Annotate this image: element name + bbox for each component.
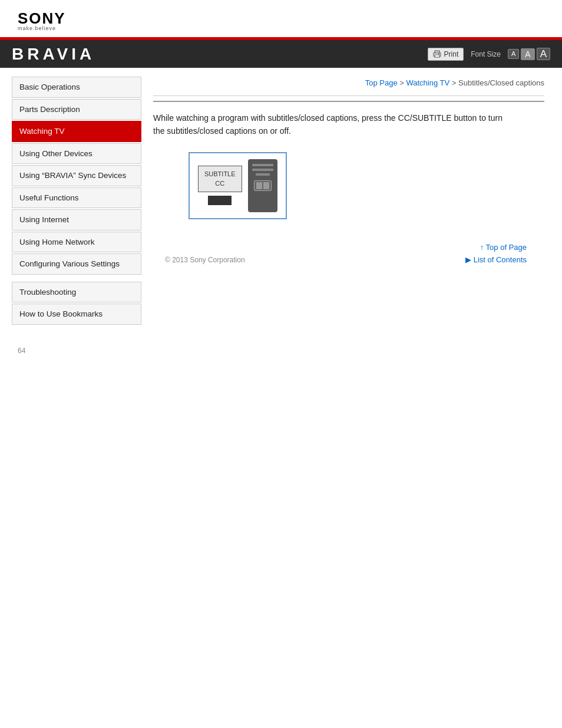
cc-label: CC xyxy=(215,180,224,187)
bravia-title: BRAVIA xyxy=(12,45,95,64)
sidebar-item-parts-description[interactable]: Parts Description xyxy=(12,99,141,120)
body-text: While watching a program with subtitles/… xyxy=(153,111,507,138)
font-size-label: Font Size xyxy=(471,50,501,58)
remote-body xyxy=(248,159,277,212)
top-of-page-link[interactable]: Top of Page xyxy=(480,243,527,252)
breadcrumb: Top Page > Watching TV > Subtitles/Close… xyxy=(153,74,544,91)
print-label: Print xyxy=(444,50,459,58)
sidebar-item-using-bravia-sync[interactable]: Using “BRAVIA” Sync Devices xyxy=(12,165,141,186)
remote-area: SUBTITLE CC xyxy=(189,152,287,219)
sony-logo-text: SONY xyxy=(18,11,544,26)
sidebar-item-useful-functions[interactable]: Useful Functions xyxy=(12,187,141,209)
banner-controls: Print Font Size A A A xyxy=(428,48,550,61)
remote-mini-btn-2 xyxy=(263,182,269,189)
subtitle-label: SUBTITLE xyxy=(204,170,236,177)
sony-tagline: make.believe xyxy=(18,26,544,31)
sony-logo: SONY make.believe xyxy=(18,11,544,31)
footer: © 2013 Sony Corporation Top of Page List… xyxy=(153,231,544,276)
footer-links: Top of Page List of Contents xyxy=(465,243,527,264)
page-number: 64 xyxy=(0,341,562,361)
remote-line-3 xyxy=(256,173,270,176)
font-size-controls: A A A xyxy=(508,48,550,60)
breadcrumb-sep2: > Subtitles/Closed captions xyxy=(452,78,544,87)
button-key-dark xyxy=(208,196,232,205)
remote-line-2 xyxy=(252,169,273,171)
bravia-banner: BRAVIA Print Font Size A A A xyxy=(0,37,562,68)
sidebar-item-using-home-network[interactable]: Using Home Network xyxy=(12,232,141,253)
sidebar-item-how-to-use-bookmarks[interactable]: How to Use Bookmarks xyxy=(12,304,141,325)
copyright: © 2013 Sony Corporation xyxy=(165,256,245,264)
divider-title xyxy=(153,101,544,102)
subtitle-button-group: SUBTITLE CC xyxy=(198,166,242,205)
svg-rect-1 xyxy=(435,51,439,53)
remote-line-1 xyxy=(252,164,273,166)
remote-btn-area xyxy=(254,180,272,191)
main-content: Basic Operations Parts Description Watch… xyxy=(0,68,562,341)
print-icon xyxy=(433,50,441,58)
sidebar-group-main: Basic Operations Parts Description Watch… xyxy=(12,77,141,275)
sidebar-item-basic-operations[interactable]: Basic Operations xyxy=(12,77,141,98)
content-area: Top Page > Watching TV > Subtitles/Close… xyxy=(141,68,562,341)
divider-top xyxy=(153,95,544,96)
breadcrumb-watching-tv[interactable]: Watching TV xyxy=(406,78,449,87)
svg-rect-2 xyxy=(435,55,439,57)
font-small-button[interactable]: A xyxy=(508,49,519,59)
svg-point-3 xyxy=(438,53,439,54)
font-large-button[interactable]: A xyxy=(537,48,550,60)
breadcrumb-top-page[interactable]: Top Page xyxy=(365,78,398,87)
font-medium-button[interactable]: A xyxy=(521,48,534,60)
illustration: SUBTITLE CC xyxy=(189,152,544,219)
sidebar-item-troubleshooting[interactable]: Troubleshooting xyxy=(12,282,141,303)
sidebar: Basic Operations Parts Description Watch… xyxy=(0,68,141,341)
subtitle-key: SUBTITLE CC xyxy=(198,166,242,192)
top-bar: SONY make.believe xyxy=(0,0,562,37)
page-title-section xyxy=(153,101,544,102)
breadcrumb-sep1: > xyxy=(399,78,406,87)
sidebar-group-support: Troubleshooting How to Use Bookmarks xyxy=(12,282,141,325)
sidebar-item-using-internet[interactable]: Using Internet xyxy=(12,209,141,230)
print-button[interactable]: Print xyxy=(428,48,464,61)
sidebar-item-configuring-settings[interactable]: Configuring Various Settings xyxy=(12,253,141,275)
list-of-contents-link[interactable]: List of Contents xyxy=(465,255,527,264)
sidebar-item-watching-tv[interactable]: Watching TV xyxy=(12,121,141,142)
remote-mini-btn-1 xyxy=(256,182,262,189)
sidebar-item-using-other-devices[interactable]: Using Other Devices xyxy=(12,143,141,164)
